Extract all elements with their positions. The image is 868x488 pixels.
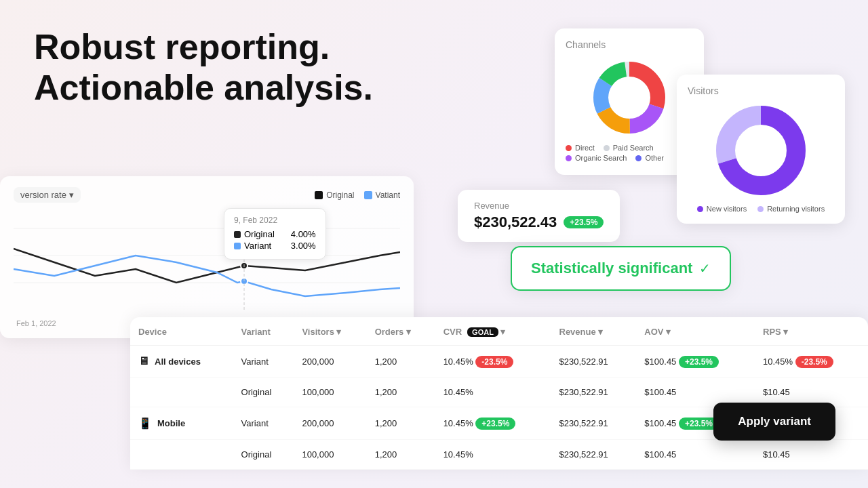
chart-legend: Original Vatiant	[315, 190, 400, 200]
channels-title: Channels	[566, 39, 693, 50]
device-name: Mobile	[157, 418, 185, 428]
cell-orders: 1,200	[367, 378, 435, 407]
cell-cvr: 10.45%	[435, 378, 551, 407]
chart-area: 9, Feb 2022 Original 4.00% Variant 3.00%	[14, 208, 400, 317]
returning-visitors-label: Returning visitors	[767, 205, 825, 213]
cell-orders: 1,200	[367, 407, 435, 440]
legend-variant: Vatiant	[376, 190, 400, 200]
cell-revenue: $230,522.91	[551, 440, 637, 470]
sig-text: Statistically significant	[531, 260, 692, 277]
cell-variant: Variant	[233, 407, 294, 440]
tooltip-variant-value: 3.00%	[291, 241, 316, 251]
col-orders: Orders ▾	[367, 317, 435, 346]
cell-revenue: $230,522.91	[551, 407, 637, 440]
cell-cvr: 10.45% -23.5%	[435, 346, 551, 378]
data-table: Device Variant Visitors ▾ Orders ▾ CVR G…	[130, 317, 868, 470]
channels-legend: DirectPaid Search Organic SearchOther	[566, 144, 693, 162]
cell-cvr: 10.45%	[435, 440, 551, 470]
chart-filter-arrow: ▾	[69, 190, 74, 200]
sig-card: Statistically significant ✓	[511, 246, 731, 291]
svg-point-10	[736, 126, 785, 175]
table-row: 🖥All devices Variant 200,000 1,200 10.45…	[130, 346, 868, 378]
cvr-badge: -23.5%	[475, 356, 513, 368]
legend-original: Original	[326, 190, 354, 200]
col-visitors: Visitors ▾	[294, 317, 366, 346]
svg-point-6	[610, 78, 649, 117]
cell-revenue: $230,522.91	[551, 346, 637, 378]
channels-donut-chart	[589, 57, 670, 138]
tooltip-date: 9, Feb 2022	[234, 216, 316, 225]
col-device: Device	[130, 317, 233, 346]
cell-variant: Original	[233, 440, 294, 470]
col-rps: RPS ▾	[755, 317, 868, 346]
visitors-title: Visitors	[688, 85, 834, 96]
chart-tooltip: 9, Feb 2022 Original 4.00% Variant 3.00%	[224, 208, 326, 260]
aov-badge: +23.5%	[679, 356, 719, 368]
hero-title-line1: Robust reporting.	[34, 27, 373, 68]
revenue-card: Revenue $230,522.43 +23.5%	[458, 190, 620, 242]
chart-date-start: Feb 1, 2022	[16, 319, 56, 327]
cell-visitors: 100,000	[294, 378, 366, 407]
device-name: All devices	[155, 357, 201, 367]
cell-revenue: $230,522.91	[551, 378, 637, 407]
sig-icon: ✓	[699, 260, 711, 277]
cell-aov: $100.45	[636, 440, 755, 470]
chart-card: version rate ▾ Original Vatiant	[0, 176, 414, 338]
cell-visitors: 100,000	[294, 440, 366, 470]
cell-device: 🖥All devices	[130, 346, 233, 378]
revenue-amount: $230,522.43	[474, 214, 557, 231]
cell-orders: 1,200	[367, 346, 435, 378]
cell-visitors: 200,000	[294, 407, 366, 440]
cvr-badge: +23.5%	[475, 418, 515, 430]
cell-visitors: 200,000	[294, 346, 366, 378]
tooltip-original-label: Original	[244, 229, 275, 239]
hero-section: Robust reporting. Actionable analysis.	[34, 27, 373, 108]
new-visitors-label: New visitors	[707, 205, 747, 213]
cell-orders: 1,200	[367, 440, 435, 470]
line-chart-svg	[14, 208, 400, 313]
col-revenue: Revenue ▾	[551, 317, 637, 346]
revenue-label: Revenue	[474, 201, 604, 211]
apply-variant-button[interactable]: Apply variant	[713, 403, 835, 441]
rps-badge: -23.5%	[795, 356, 833, 368]
device-icon: 📱	[138, 417, 152, 430]
visitors-card: Visitors New visitors Returning visitors	[677, 75, 845, 224]
cell-aov: $100.45 +23.5%	[636, 346, 755, 378]
visitors-legend: New visitors Returning visitors	[688, 205, 834, 213]
data-table-card: Device Variant Visitors ▾ Orders ▾ CVR G…	[130, 317, 868, 470]
cell-rps: 10.45% -23.5%	[755, 346, 868, 378]
col-cvr: CVR GOAL ▾	[435, 317, 551, 346]
cell-variant: Variant	[233, 346, 294, 378]
chart-filter-label: version rate	[20, 190, 66, 200]
hero-title-line2: Actionable analysis.	[34, 68, 373, 108]
table-row: Original 100,000 1,200 10.45% $230,522.9…	[130, 440, 868, 470]
cell-rps: $10.45	[755, 440, 868, 470]
chart-filter[interactable]: version rate ▾	[14, 187, 81, 203]
cell-variant: Original	[233, 378, 294, 407]
device-icon: 🖥	[138, 355, 149, 367]
col-variant: Variant	[233, 317, 294, 346]
cell-device	[130, 378, 233, 407]
revenue-badge: +23.5%	[564, 216, 604, 228]
cell-device: 📱Mobile	[130, 407, 233, 440]
aov-badge: +23.5%	[679, 418, 719, 430]
goal-badge: GOAL	[467, 327, 498, 337]
tooltip-original-value: 4.00%	[291, 229, 316, 239]
col-aov: AOV ▾	[636, 317, 755, 346]
tooltip-variant-label: Variant	[244, 241, 271, 251]
visitors-donut-chart	[713, 103, 808, 198]
cell-cvr: 10.45% +23.5%	[435, 407, 551, 440]
cell-device	[130, 440, 233, 470]
